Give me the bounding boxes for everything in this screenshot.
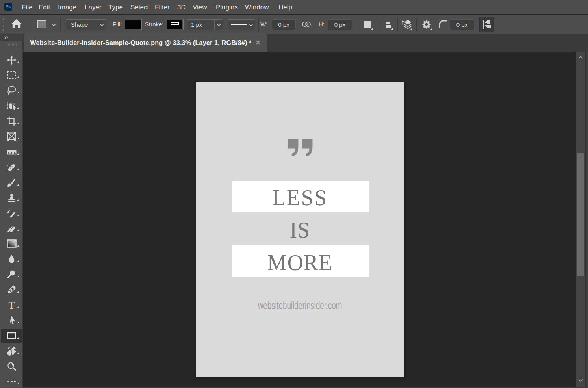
svg-text:T: T: [8, 300, 15, 310]
